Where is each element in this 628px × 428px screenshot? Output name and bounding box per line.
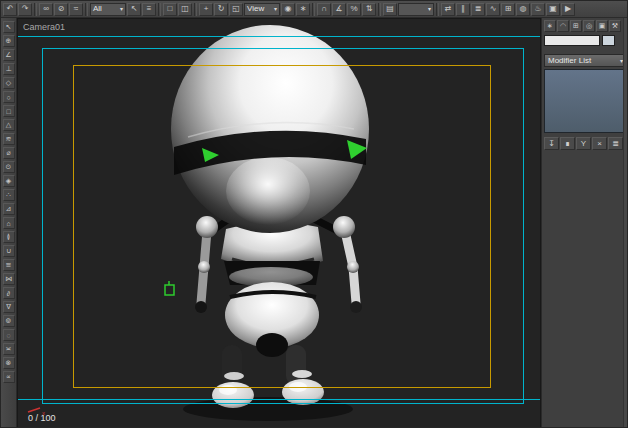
tool-icon[interactable]: ∠ — [3, 49, 15, 61]
robot-right-ankle — [292, 370, 312, 378]
ground-shadow — [183, 397, 353, 421]
robot-left-hand — [195, 301, 207, 313]
toolbar-separator[interactable] — [158, 3, 161, 16]
tool-icon[interactable]: □ — [3, 105, 15, 117]
tool-icon[interactable]: ⊥ — [3, 63, 15, 75]
tool-icon[interactable]: ≍ — [3, 343, 15, 355]
tab-create-icon[interactable]: ∗ — [544, 20, 556, 32]
tool-icon[interactable]: ⌂ — [3, 217, 15, 229]
select-and-link-icon[interactable]: ∞ — [39, 3, 53, 16]
curve-editor-icon[interactable]: ∿ — [486, 3, 500, 16]
axis-x-line — [28, 408, 40, 412]
remove-modifier-button[interactable]: × — [592, 137, 607, 150]
tool-icon[interactable]: ∇ — [3, 301, 15, 313]
spinner-snap-icon[interactable]: ⇅ — [362, 3, 376, 16]
select-object-icon[interactable]: ↖ — [127, 3, 141, 16]
configure-modifier-sets-button[interactable]: ≣ — [608, 137, 623, 150]
quick-render-icon[interactable]: ▶ — [561, 3, 575, 16]
toolbar-separator[interactable] — [312, 3, 315, 16]
object-color-swatch[interactable] — [602, 35, 615, 46]
tool-icon[interactable]: ⊙ — [3, 161, 15, 173]
percent-snap-icon[interactable]: % — [347, 3, 361, 16]
rectangular-selection-region-icon[interactable]: □ — [163, 3, 177, 16]
tab-modify-icon[interactable]: ◠ — [557, 20, 569, 32]
select-by-name-icon[interactable]: ≡ — [142, 3, 156, 16]
modifier-stack[interactable] — [544, 69, 626, 133]
toolbar-separator[interactable] — [378, 3, 381, 16]
make-unique-button[interactable]: Y — [576, 137, 591, 150]
tool-icon[interactable]: ⋈ — [3, 273, 15, 285]
material-editor-icon[interactable]: ◍ — [516, 3, 530, 16]
mirror-icon[interactable]: ⇄ — [441, 3, 455, 16]
viewport-label[interactable]: Camera01 — [23, 22, 65, 32]
tool-icon[interactable]: ≅ — [3, 259, 15, 271]
tab-utilities-icon[interactable]: ⚒ — [609, 20, 621, 32]
robot-left-ankle — [224, 372, 244, 380]
rendered-frame-window-icon[interactable]: ▣ — [546, 3, 560, 16]
chevron-down-icon — [120, 6, 123, 12]
robot-model[interactable] — [171, 25, 369, 421]
tool-icon[interactable]: ⌀ — [3, 147, 15, 159]
tool-icon[interactable]: ∂ — [3, 287, 15, 299]
tool-icon[interactable]: ◈ — [3, 175, 15, 187]
tool-icon[interactable]: ⊗ — [3, 357, 15, 369]
command-panel-tabs: ∗ ◠ ⊞ ◎ ▣ ⚒ — [542, 18, 628, 33]
left-toolbar: ↖ ⊕ ∠ ⊥ ◇ ○ □ △ ≋ ⌀ — [1, 18, 17, 427]
tool-icon[interactable]: ∝ — [3, 371, 15, 383]
3ds-max-window: { "toolbar": { "items": [ {"t":"i","name… — [0, 0, 628, 428]
select-and-scale-icon[interactable]: ◱ — [229, 3, 243, 16]
align-icon[interactable]: ∥ — [456, 3, 470, 16]
angle-snap-icon[interactable]: ∡ — [332, 3, 346, 16]
command-panel: ∗ ◠ ⊞ ◎ ▣ ⚒ Modifier List — [541, 18, 628, 427]
modifier-list-dropdown[interactable]: Modifier List ▾ — [544, 54, 626, 67]
select-and-manipulate-icon[interactable]: ∗ — [296, 3, 310, 16]
tool-icon[interactable]: ∴ — [3, 189, 15, 201]
window-crossing-icon[interactable]: ◫ — [178, 3, 192, 16]
tool-icon[interactable]: △ — [3, 119, 15, 131]
tab-hierarchy-icon[interactable]: ⊞ — [570, 20, 582, 32]
toolbar-separator[interactable] — [436, 3, 439, 16]
toolbar-separator[interactable] — [194, 3, 197, 16]
viewport-canvas[interactable]: x — [18, 19, 540, 428]
camera-viewport[interactable]: Camera01 — [17, 18, 541, 428]
tool-icon[interactable]: ⊕ — [3, 35, 15, 47]
tool-icon[interactable]: ≬ — [3, 231, 15, 243]
named-selection-sets-dropdown[interactable] — [398, 3, 434, 16]
modifier-list-label: Modifier List — [548, 56, 591, 65]
tool-icon[interactable]: ◇ — [3, 77, 15, 89]
show-end-result-button[interactable]: ∎ — [560, 137, 575, 150]
tool-icon[interactable]: ⊿ — [3, 203, 15, 215]
redo-icon[interactable]: ↷ — [18, 3, 32, 16]
object-name-field[interactable] — [544, 35, 600, 46]
robot-right-elbow — [347, 261, 359, 273]
select-and-rotate-icon[interactable]: ↻ — [214, 3, 228, 16]
panel-scrollbar[interactable] — [623, 18, 628, 427]
reference-coordinate-dropdown[interactable]: View — [244, 3, 280, 16]
bind-to-space-warp-icon[interactable]: ≈ — [69, 3, 83, 16]
snaps-toggle-icon[interactable]: ∩ — [317, 3, 331, 16]
tool-icon[interactable]: ↖ — [3, 21, 15, 33]
select-and-move-icon[interactable]: + — [199, 3, 213, 16]
object-name-row — [542, 33, 628, 48]
selection-filter-dropdown[interactable]: All — [90, 3, 126, 16]
robot-right-shoulder — [333, 216, 355, 238]
helper-gizmo-icon[interactable] — [165, 281, 174, 295]
tool-icon[interactable]: ∪ — [3, 245, 15, 257]
toolbar-separator[interactable] — [34, 3, 37, 16]
tab-display-icon[interactable]: ▣ — [596, 20, 608, 32]
tool-icon[interactable]: ⊚ — [3, 315, 15, 327]
toolbar-separator[interactable] — [85, 3, 88, 16]
tool-icon[interactable]: ≋ — [3, 133, 15, 145]
schematic-view-icon[interactable]: ⊞ — [501, 3, 515, 16]
unlink-selection-icon[interactable]: ⊘ — [54, 3, 68, 16]
pin-stack-button[interactable]: ↧ — [544, 137, 559, 150]
edit-named-selection-sets-icon[interactable]: ▤ — [383, 3, 397, 16]
render-setup-icon[interactable]: ♨ — [531, 3, 545, 16]
use-pivot-point-center-icon[interactable]: ◉ — [281, 3, 295, 16]
undo-icon[interactable]: ↶ — [3, 3, 17, 16]
layer-manager-icon[interactable]: ≣ — [471, 3, 485, 16]
tool-icon[interactable]: ◌ — [3, 329, 15, 341]
frame-counter: 0 / 100 — [28, 413, 56, 423]
tab-motion-icon[interactable]: ◎ — [583, 20, 595, 32]
tool-icon[interactable]: ○ — [3, 91, 15, 103]
